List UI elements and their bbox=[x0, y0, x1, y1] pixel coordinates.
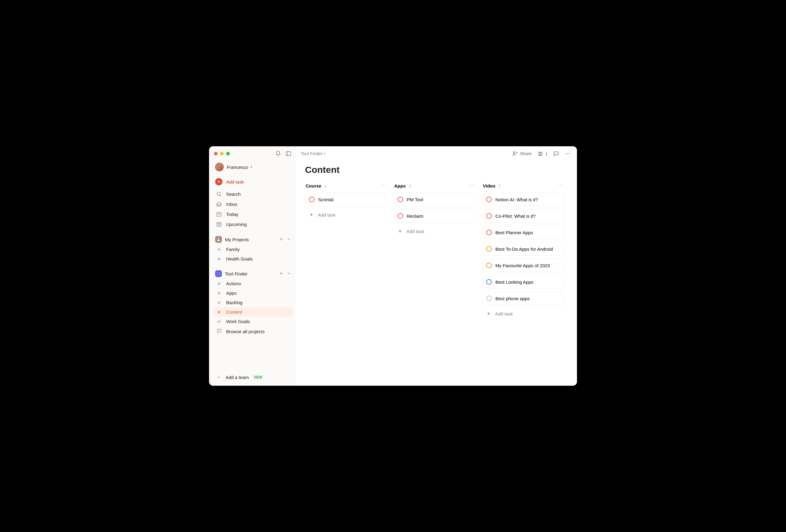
sidebar-project-item[interactable]: # Family bbox=[213, 245, 293, 254]
task-card[interactable]: Scrintal bbox=[305, 193, 387, 206]
task-card[interactable]: Co-Pilot: What is it? bbox=[482, 209, 564, 223]
more-button[interactable] bbox=[565, 150, 571, 157]
priority-circle-icon[interactable] bbox=[398, 213, 403, 219]
task-card[interactable]: Best phone apps bbox=[482, 292, 564, 305]
share-button[interactable]: Share bbox=[512, 150, 532, 157]
column-header: Apps 2 bbox=[394, 181, 476, 193]
task-title: PM Tool bbox=[407, 197, 423, 202]
nav-label: Search bbox=[226, 192, 241, 197]
task-card[interactable]: Best To-Do Apps for Android bbox=[482, 242, 564, 256]
main-panel: Tool Finder / Share 1 Content bbox=[296, 146, 577, 386]
sidebar-section-header[interactable]: Tool Finder bbox=[213, 268, 293, 279]
column-count: 1 bbox=[325, 184, 327, 188]
section-collapse-icon[interactable] bbox=[287, 237, 291, 242]
window-zoom-button[interactable] bbox=[226, 152, 230, 155]
svg-rect-28 bbox=[217, 329, 218, 330]
task-title: Best Planner Apps bbox=[495, 230, 533, 235]
share-label: Share bbox=[520, 151, 532, 156]
sidebar-project-item[interactable]: # Content bbox=[213, 307, 293, 317]
sidebar-project-item[interactable]: # Backlog bbox=[213, 298, 293, 307]
plus-icon: + bbox=[309, 212, 314, 218]
svg-point-4 bbox=[217, 192, 220, 195]
section-add-icon[interactable] bbox=[279, 237, 284, 242]
task-title: Notion AI: What is it? bbox=[495, 197, 538, 202]
priority-circle-icon[interactable] bbox=[398, 197, 403, 202]
column-add-task-button[interactable]: + Add task bbox=[394, 226, 476, 237]
window-minimize-button[interactable] bbox=[220, 152, 224, 155]
hash-icon: # bbox=[216, 256, 223, 261]
sidebar-project-item[interactable]: # Apps bbox=[213, 288, 293, 298]
browse-projects-button[interactable]: Browse all projects bbox=[213, 326, 293, 337]
svg-point-24 bbox=[217, 274, 218, 275]
nav-label: Today bbox=[226, 212, 238, 217]
add-task-button[interactable]: Add task bbox=[213, 176, 293, 188]
column-more-icon[interactable] bbox=[558, 182, 563, 189]
column-more-icon[interactable] bbox=[381, 182, 386, 189]
svg-point-43 bbox=[385, 185, 385, 185]
app-window: Francesco ▾ Add task Search Inbox bbox=[209, 146, 577, 386]
new-badge: NEW bbox=[253, 375, 264, 380]
section-title: Tool Finder bbox=[225, 271, 248, 276]
svg-point-18 bbox=[220, 225, 220, 226]
browse-icon bbox=[216, 328, 223, 334]
svg-point-40 bbox=[569, 153, 570, 154]
window-close-button[interactable] bbox=[214, 152, 217, 155]
toggle-sidebar-icon[interactable] bbox=[285, 150, 292, 157]
section-add-icon[interactable] bbox=[279, 271, 284, 277]
task-card[interactable]: My Favourite Apps of 2023 bbox=[482, 259, 564, 272]
svg-point-37 bbox=[539, 155, 540, 156]
svg-point-22 bbox=[217, 272, 218, 273]
task-card[interactable]: PM Tool bbox=[394, 193, 476, 206]
project-label: Apps bbox=[226, 290, 236, 296]
breadcrumb[interactable]: Tool Finder / bbox=[301, 151, 325, 156]
column-count: 7 bbox=[499, 184, 501, 188]
task-card[interactable]: Reclaim bbox=[394, 209, 476, 223]
board-column: Video 7 Notion AI: What is it? Co-Pilot:… bbox=[482, 181, 564, 319]
task-card[interactable]: Notion AI: What is it? bbox=[482, 193, 564, 206]
task-card[interactable]: Best Looking Apps bbox=[482, 275, 564, 289]
column-add-task-button[interactable]: + Add task bbox=[482, 308, 564, 319]
priority-circle-icon[interactable] bbox=[486, 296, 492, 301]
nav-inbox[interactable]: Inbox bbox=[213, 199, 293, 209]
priority-circle-icon[interactable] bbox=[486, 197, 492, 202]
svg-rect-29 bbox=[220, 329, 221, 330]
column-more-icon[interactable] bbox=[469, 182, 475, 189]
notifications-icon[interactable] bbox=[275, 150, 281, 157]
svg-point-19 bbox=[218, 238, 219, 239]
nav-label: Inbox bbox=[226, 201, 237, 207]
column-add-task-button[interactable]: + Add task bbox=[305, 209, 387, 220]
section-title: My Projects bbox=[225, 237, 249, 242]
section-collapse-icon[interactable] bbox=[287, 271, 291, 276]
add-task-label: Add task bbox=[226, 179, 244, 185]
view-options-button[interactable]: 1 bbox=[537, 150, 548, 157]
sidebar-project-item[interactable]: # Health Goals bbox=[213, 254, 293, 264]
svg-point-49 bbox=[562, 185, 562, 185]
nav-search[interactable]: Search bbox=[213, 189, 293, 199]
svg-line-5 bbox=[220, 195, 221, 196]
project-label: Work Goals bbox=[226, 319, 250, 324]
column-name[interactable]: Apps bbox=[394, 183, 406, 188]
priority-circle-icon[interactable] bbox=[309, 197, 315, 202]
topbar: Tool Finder / Share 1 bbox=[296, 146, 577, 157]
priority-circle-icon[interactable] bbox=[486, 213, 492, 219]
add-team-button[interactable]: ＋ Add a team NEW bbox=[213, 372, 293, 383]
column-name[interactable]: Video bbox=[483, 183, 495, 188]
sidebar-project-item[interactable]: # Work Goals bbox=[213, 317, 293, 326]
svg-point-25 bbox=[219, 274, 220, 275]
svg-point-31 bbox=[513, 152, 515, 153]
project-label: Family bbox=[226, 247, 239, 252]
nav-today[interactable]: 21 Today bbox=[213, 209, 293, 219]
priority-circle-icon[interactable] bbox=[486, 246, 492, 252]
workspace-switcher[interactable]: Francesco ▾ bbox=[213, 160, 293, 174]
priority-circle-icon[interactable] bbox=[486, 229, 492, 235]
svg-point-13 bbox=[217, 224, 218, 225]
add-task-label: Add task bbox=[495, 311, 513, 316]
comments-button[interactable] bbox=[553, 150, 559, 157]
sidebar-project-item[interactable]: # Actions bbox=[213, 279, 293, 288]
priority-circle-icon[interactable] bbox=[486, 263, 492, 268]
priority-circle-icon[interactable] bbox=[486, 279, 492, 285]
column-name[interactable]: Course bbox=[306, 183, 322, 188]
task-card[interactable]: Best Planner Apps bbox=[482, 226, 564, 239]
nav-upcoming[interactable]: Upcoming bbox=[213, 219, 293, 229]
sidebar-section-header[interactable]: My Projects bbox=[213, 234, 293, 245]
